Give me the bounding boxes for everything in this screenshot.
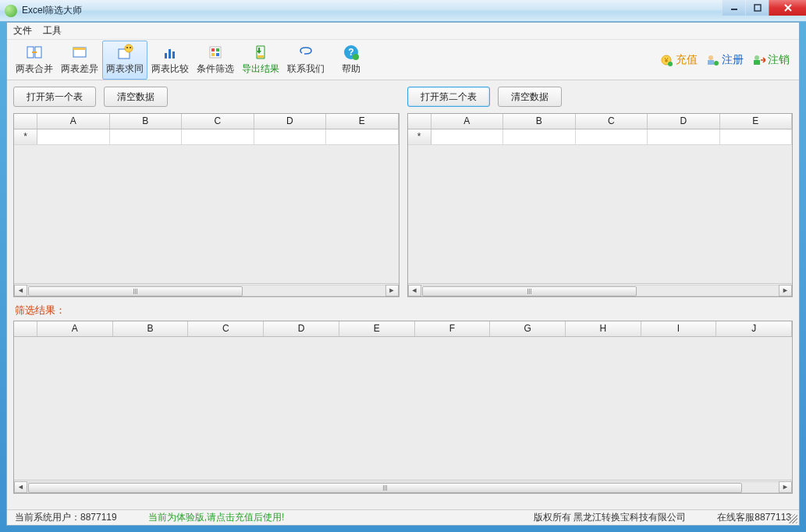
col-header[interactable]: C (576, 114, 648, 129)
col-header[interactable]: A (37, 321, 113, 336)
cell[interactable] (182, 129, 254, 144)
toolbar-diff[interactable]: 两表差异 (57, 41, 102, 80)
cell[interactable] (326, 129, 399, 144)
cell[interactable] (254, 129, 327, 144)
result-panel: A B C D E F G H I J ◄ (13, 321, 793, 494)
scroll-left-arrow-icon[interactable]: ◄ (408, 285, 421, 296)
toolbar-contact[interactable]: 联系我们 (283, 41, 328, 80)
h-scrollbar[interactable]: ◄ ► (14, 283, 399, 296)
toolbar-diff-label: 两表差异 (61, 62, 98, 76)
svg-rect-31 (754, 60, 760, 65)
svg-rect-19 (216, 53, 219, 56)
left-panel: 打开第一个表 清空数据 A B C D E (13, 87, 399, 297)
same-icon (116, 44, 133, 61)
svg-rect-12 (165, 53, 167, 59)
scroll-track[interactable] (27, 481, 779, 493)
clear-left-button[interactable]: 清空数据 (104, 87, 168, 107)
scroll-left-arrow-icon[interactable]: ◄ (14, 481, 27, 493)
col-header[interactable]: C (182, 114, 254, 129)
h-scrollbar[interactable]: ◄ ► (408, 283, 793, 296)
scroll-track[interactable] (27, 285, 385, 296)
register-link[interactable]: 注册 (705, 53, 744, 67)
scroll-thumb[interactable] (422, 286, 637, 296)
status-bar: 当前系统用户：8877119 当前为体验版,请点击充值后使用! 版权所有 黑龙江… (7, 509, 799, 525)
toolbar-help[interactable]: ? 帮助 (328, 41, 374, 80)
close-button[interactable] (769, 0, 806, 16)
open-first-table-button[interactable]: 打开第一个表 (13, 87, 96, 107)
grid-row[interactable]: * (408, 129, 793, 145)
scroll-thumb[interactable] (28, 286, 243, 296)
diff-icon (71, 44, 88, 61)
menu-file[interactable]: 文件 (13, 24, 32, 37)
toolbar-merge-label: 两表合并 (16, 62, 53, 76)
open-second-table-button[interactable]: 打开第二个表 (407, 87, 490, 107)
col-header[interactable]: E (326, 114, 399, 129)
col-header[interactable]: B (113, 321, 189, 336)
toolbar-same[interactable]: 两表求同 (102, 41, 147, 80)
menu-tools[interactable]: 工具 (43, 24, 62, 37)
col-header[interactable]: E (339, 321, 415, 336)
cell[interactable] (37, 129, 110, 144)
toolbar-export[interactable]: 导出结果 (238, 41, 283, 80)
client-area: 文件 工具 两表合并 两表差异 两表求同 两表比较 条件筛选 (6, 22, 800, 526)
left-grid[interactable]: A B C D E * (13, 113, 399, 297)
svg-rect-1 (755, 5, 761, 11)
filter-icon (207, 44, 224, 61)
recharge-link[interactable]: ¥ 充值 (659, 53, 698, 67)
svg-rect-20 (257, 55, 264, 58)
logout-link[interactable]: 注销 (751, 53, 790, 67)
cell[interactable] (648, 129, 720, 144)
scroll-thumb[interactable] (28, 483, 742, 493)
col-header[interactable]: D (264, 321, 339, 336)
row-selector-header[interactable] (14, 321, 37, 336)
register-icon (705, 53, 719, 67)
col-header[interactable]: B (503, 114, 576, 129)
window: Excel筛选大师 文件 工具 两表合并 (0, 0, 806, 532)
scroll-right-arrow-icon[interactable]: ► (385, 285, 399, 296)
result-grid[interactable]: A B C D E F G H I J ◄ (13, 321, 793, 494)
cell[interactable] (431, 129, 504, 144)
col-header[interactable]: D (254, 114, 327, 129)
toolbar-filter[interactable]: 条件筛选 (193, 41, 238, 80)
cell[interactable] (720, 129, 793, 144)
cell[interactable] (110, 129, 183, 144)
col-header[interactable]: I (641, 321, 717, 336)
grid-row[interactable]: * (14, 129, 399, 145)
col-header[interactable]: A (431, 114, 504, 129)
svg-rect-17 (216, 48, 219, 51)
minimize-button[interactable] (722, 0, 745, 16)
cell[interactable] (576, 129, 648, 144)
h-scrollbar[interactable]: ◄ ► (14, 480, 792, 493)
clear-right-button[interactable]: 清空数据 (498, 87, 562, 107)
svg-rect-16 (211, 48, 215, 51)
col-header[interactable]: F (415, 321, 491, 336)
col-header[interactable]: G (490, 321, 566, 336)
scroll-right-arrow-icon[interactable]: ► (779, 285, 792, 296)
right-grid[interactable]: A B C D E * (407, 113, 794, 297)
status-trial[interactable]: 当前为体验版,请点击充值后使用! (148, 511, 285, 524)
svg-point-10 (126, 47, 128, 48)
toolbar-compare[interactable]: 两表比较 (147, 41, 193, 80)
toolbar-merge[interactable]: 两表合并 (12, 41, 57, 80)
col-header[interactable]: J (716, 321, 792, 336)
col-header[interactable]: C (188, 321, 264, 336)
scroll-track[interactable] (421, 285, 779, 296)
svg-point-9 (125, 44, 133, 52)
scroll-left-arrow-icon[interactable]: ◄ (14, 285, 27, 296)
right-grid-header: A B C D E (408, 114, 793, 129)
cell[interactable] (503, 129, 576, 144)
col-header[interactable]: B (110, 114, 183, 129)
scroll-right-arrow-icon[interactable]: ► (779, 481, 792, 493)
col-header[interactable]: D (648, 114, 720, 129)
maximize-button[interactable] (745, 0, 769, 16)
col-header[interactable]: H (566, 321, 641, 336)
resize-grip-icon[interactable] (788, 514, 797, 523)
result-label: 筛选结果： (15, 303, 793, 317)
svg-point-23 (353, 54, 359, 60)
row-selector-header[interactable] (408, 114, 431, 129)
window-title: Excel筛选大师 (22, 4, 82, 17)
col-header[interactable]: E (720, 114, 793, 129)
row-selector-header[interactable] (14, 114, 37, 129)
col-header[interactable]: A (37, 114, 110, 129)
toolbar-compare-label: 两表比较 (151, 62, 189, 76)
